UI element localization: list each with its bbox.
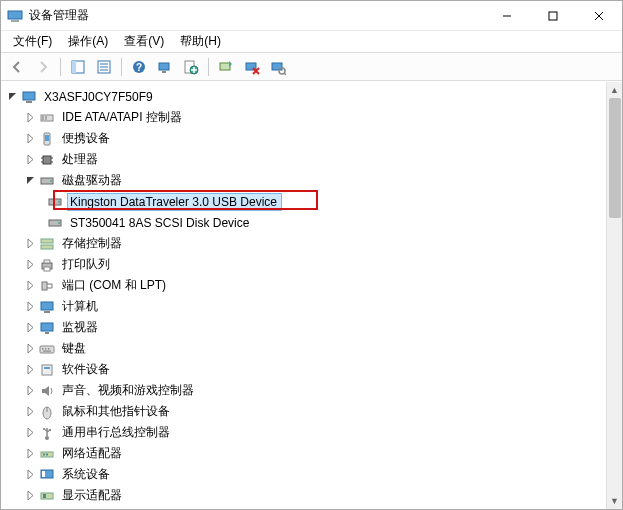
svg-point-62 xyxy=(43,428,45,430)
display-adapter-icon xyxy=(39,488,55,504)
disk-icon xyxy=(47,194,63,210)
svg-rect-27 xyxy=(45,116,47,120)
expander-icon[interactable] xyxy=(23,489,37,503)
tree-category-label: 计算机 xyxy=(59,296,103,317)
toolbar-properties-button[interactable] xyxy=(92,56,116,78)
svg-rect-26 xyxy=(42,116,44,120)
expander-icon[interactable] xyxy=(23,132,37,146)
svg-rect-57 xyxy=(44,367,50,369)
app-icon xyxy=(7,8,23,24)
toolbar-back-button[interactable] xyxy=(5,56,29,78)
tree-device-kingston[interactable]: Kingston DataTraveler 3.0 USB Device xyxy=(5,191,606,212)
expander-icon[interactable] xyxy=(23,363,37,377)
expander-icon[interactable] xyxy=(23,237,37,251)
system-icon xyxy=(39,467,55,483)
device-tree[interactable]: X3ASFJ0CY7F50F9 IDE ATA/ATAPI 控制器 便携设备 处… xyxy=(1,82,606,509)
menu-help[interactable]: 帮助(H) xyxy=(172,31,229,52)
expander-icon[interactable] xyxy=(23,174,37,188)
toolbar-update-driver-button[interactable] xyxy=(179,56,203,78)
expander-icon[interactable] xyxy=(23,468,37,482)
close-button[interactable] xyxy=(576,1,622,31)
toolbar-show-hide-tree-button[interactable] xyxy=(66,56,90,78)
tree-category[interactable]: 系统设备 xyxy=(5,464,606,485)
expander-icon[interactable] xyxy=(23,258,37,272)
svg-rect-66 xyxy=(46,453,48,455)
storage-controller-icon xyxy=(39,236,55,252)
tree-category-label: IDE ATA/ATAPI 控制器 xyxy=(59,107,187,128)
svg-point-60 xyxy=(45,436,49,440)
tree-category[interactable]: 便携设备 xyxy=(5,128,606,149)
svg-rect-7 xyxy=(72,61,76,73)
svg-rect-45 xyxy=(44,267,50,271)
tree-category[interactable]: 软件设备 xyxy=(5,359,606,380)
toolbar-scan-hardware-button[interactable] xyxy=(266,56,290,78)
monitor-icon xyxy=(39,320,55,336)
expander-icon[interactable] xyxy=(23,111,37,125)
svg-rect-42 xyxy=(41,245,53,249)
tree-category[interactable]: 监视器 xyxy=(5,317,606,338)
scroll-up-button[interactable]: ▲ xyxy=(607,82,623,98)
tree-category-label: 存储控制器 xyxy=(59,233,127,254)
tree-category-label: 端口 (COM 和 LPT) xyxy=(59,275,171,296)
tree-device[interactable]: ST350041 8AS SCSI Disk Device xyxy=(5,212,606,233)
tree-category[interactable]: IDE ATA/ATAPI 控制器 xyxy=(5,107,606,128)
tree-device-label: Kingston DataTraveler 3.0 USB Device xyxy=(67,193,282,211)
tree-device-label: ST350041 8AS SCSI Disk Device xyxy=(67,214,254,232)
tree-category-label: 便携设备 xyxy=(59,128,115,149)
tree-category[interactable]: 计算机 xyxy=(5,296,606,317)
tree-pane: X3ASFJ0CY7F50F9 IDE ATA/ATAPI 控制器 便携设备 处… xyxy=(1,81,622,509)
svg-point-38 xyxy=(58,201,60,203)
toolbar-uninstall-button[interactable] xyxy=(240,56,264,78)
svg-rect-14 xyxy=(159,63,169,70)
minimize-button[interactable] xyxy=(484,1,530,31)
tree-category[interactable]: 通用串行总线控制器 xyxy=(5,422,606,443)
tree-category[interactable]: 键盘 xyxy=(5,338,606,359)
svg-rect-56 xyxy=(42,365,52,375)
expander-icon[interactable] xyxy=(23,300,37,314)
svg-rect-65 xyxy=(43,453,45,455)
vertical-scrollbar[interactable]: ▲ ▼ xyxy=(606,82,622,509)
expander-icon[interactable] xyxy=(23,447,37,461)
tree-category[interactable]: 网络适配器 xyxy=(5,443,606,464)
svg-rect-48 xyxy=(44,311,50,313)
expander-icon[interactable] xyxy=(23,321,37,335)
svg-rect-3 xyxy=(549,12,557,20)
tree-category-disk-drives[interactable]: 磁盘驱动器 xyxy=(5,170,606,191)
tree-category[interactable]: 打印队列 xyxy=(5,254,606,275)
svg-line-22 xyxy=(284,73,286,75)
expander-icon[interactable] xyxy=(23,405,37,419)
menu-view[interactable]: 查看(V) xyxy=(116,31,172,52)
svg-rect-69 xyxy=(41,493,53,499)
scroll-down-button[interactable]: ▼ xyxy=(607,493,623,509)
ports-icon xyxy=(39,278,55,294)
scroll-thumb[interactable] xyxy=(609,98,621,218)
svg-point-36 xyxy=(50,180,52,182)
tree-category-label: 鼠标和其他指针设备 xyxy=(59,401,175,422)
window-title: 设备管理器 xyxy=(29,7,89,24)
svg-rect-55 xyxy=(43,350,51,351)
menu-action[interactable]: 操作(A) xyxy=(60,31,116,52)
tree-category[interactable]: 鼠标和其他指针设备 xyxy=(5,401,606,422)
expander-icon[interactable] xyxy=(23,342,37,356)
expander-icon[interactable] xyxy=(5,90,19,104)
toolbar-enable-button[interactable] xyxy=(214,56,238,78)
tree-category[interactable]: 处理器 xyxy=(5,149,606,170)
software-device-icon xyxy=(39,362,55,378)
toolbar: ? xyxy=(1,53,622,81)
toolbar-forward-button[interactable] xyxy=(31,56,55,78)
menu-file[interactable]: 文件(F) xyxy=(5,31,60,52)
expander-icon[interactable] xyxy=(23,279,37,293)
scroll-track[interactable] xyxy=(607,98,623,493)
toolbar-help-button[interactable]: ? xyxy=(127,56,151,78)
svg-rect-44 xyxy=(44,260,50,263)
expander-icon[interactable] xyxy=(23,153,37,167)
maximize-button[interactable] xyxy=(530,1,576,31)
tree-category[interactable]: 显示适配器 xyxy=(5,485,606,506)
expander-icon[interactable] xyxy=(23,384,37,398)
toolbar-scan-button[interactable] xyxy=(153,56,177,78)
expander-icon[interactable] xyxy=(23,426,37,440)
tree-category[interactable]: 声音、视频和游戏控制器 xyxy=(5,380,606,401)
tree-category[interactable]: 端口 (COM 和 LPT) xyxy=(5,275,606,296)
tree-category[interactable]: 存储控制器 xyxy=(5,233,606,254)
tree-root[interactable]: X3ASFJ0CY7F50F9 xyxy=(5,86,606,107)
